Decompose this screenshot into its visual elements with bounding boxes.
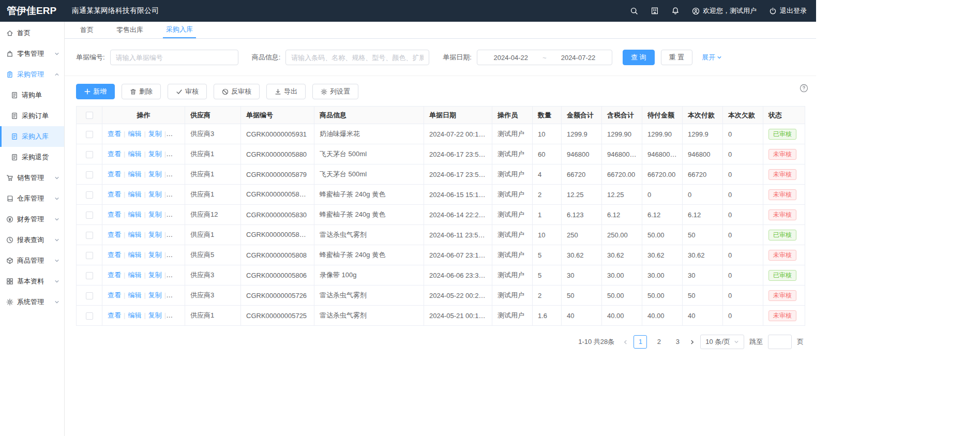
select-all-checkbox[interactable] — [86, 112, 93, 119]
row-action-copy[interactable]: 复制 — [148, 271, 162, 279]
row-checkbox[interactable] — [86, 131, 93, 138]
row-action-copy[interactable]: 复制 — [148, 150, 162, 158]
row-action-edit[interactable]: 编辑 — [128, 211, 141, 218]
audit-button[interactable]: 审核 — [168, 84, 207, 99]
row-action-view[interactable]: 查看 — [108, 251, 121, 259]
action-divider: | — [144, 130, 145, 138]
sidebar-item-sales-mgmt[interactable]: 销售管理 — [0, 168, 64, 188]
row-checkbox[interactable] — [86, 191, 93, 199]
add-button[interactable]: 新增 — [76, 84, 115, 99]
sidebar-item-base-data[interactable]: 基本资料 — [0, 271, 64, 292]
row-action-edit[interactable]: 编辑 — [128, 170, 141, 178]
product-info-input[interactable] — [285, 50, 429, 65]
sidebar-item-purchase-mgmt[interactable]: 采购管理 — [0, 64, 64, 85]
row-action-copy[interactable]: 复制 — [148, 190, 162, 198]
row-action-edit[interactable]: 编辑 — [128, 291, 141, 299]
row-checkbox[interactable] — [86, 252, 93, 259]
expand-link[interactable]: 展开 — [702, 53, 722, 62]
sidebar-subitem-purchase-order[interactable]: 采购订单 — [0, 106, 64, 126]
row-action-copy[interactable]: 复制 — [148, 291, 162, 299]
row-checkbox[interactable] — [86, 212, 93, 219]
row-action-view[interactable]: 查看 — [108, 311, 121, 319]
row-action-view[interactable]: 查看 — [108, 150, 121, 158]
row-checkbox[interactable] — [86, 292, 93, 299]
row-action-view[interactable]: 查看 — [108, 291, 121, 299]
page-button-3[interactable]: 3 — [671, 335, 684, 349]
row-action-view[interactable]: 查看 — [108, 271, 121, 279]
row-action-copy[interactable]: 复制 — [148, 311, 162, 319]
sidebar-subitem-purchase-return[interactable]: 采购退货 — [0, 147, 64, 168]
sidebar-subitem-purchase-request[interactable]: 请购单 — [0, 85, 64, 106]
export-button[interactable]: 导出 — [266, 84, 306, 99]
sidebar-subitem-purchase-inbound[interactable]: 采购入库 — [0, 126, 64, 147]
tab-home[interactable]: 首页 — [77, 22, 97, 38]
next-page-button[interactable] — [689, 339, 695, 345]
row-action-view[interactable]: 查看 — [108, 231, 121, 238]
tab-retail-outbound[interactable]: 零售出库 — [113, 22, 146, 38]
sidebar-item-label: 基本资料 — [17, 277, 54, 286]
sidebar-item-retail-mgmt[interactable]: 零售管理 — [0, 43, 64, 64]
sidebar-item-system-mgmt[interactable]: 系统管理 — [0, 292, 64, 312]
row-action-edit[interactable]: 编辑 — [128, 150, 141, 158]
row-action-view[interactable]: 查看 — [108, 170, 121, 178]
row-action-edit[interactable]: 编辑 — [128, 311, 141, 319]
row-checkbox[interactable] — [86, 312, 93, 320]
action-divider: | — [144, 211, 145, 218]
row-action-copy[interactable]: 复制 — [148, 170, 162, 178]
sidebar-item-report-query[interactable]: 报表查询 — [0, 230, 64, 250]
sidebar-item-goods-mgmt[interactable]: 商品管理 — [0, 250, 64, 271]
bill-no-input[interactable] — [110, 50, 238, 65]
help-icon[interactable] — [800, 84, 808, 93]
status-badge: 已审核 — [768, 270, 796, 281]
sidebar-item-warehouse-mgmt[interactable]: 仓库管理 — [0, 188, 64, 209]
jump-page-input[interactable] — [768, 335, 792, 349]
sidebar-item-home[interactable]: 首页 — [0, 23, 64, 43]
delete-button[interactable]: 删除 — [122, 84, 161, 99]
row-action-edit[interactable]: 编辑 — [128, 271, 141, 279]
logout-button[interactable]: 退出登录 — [769, 6, 807, 16]
cell-amount: 12.25 — [562, 185, 602, 205]
chevron-down-icon — [54, 196, 59, 201]
page-size-select[interactable]: 10 条/页 — [700, 335, 744, 349]
row-checkbox[interactable] — [86, 272, 93, 279]
row-action-edit[interactable]: 编辑 — [128, 190, 141, 198]
sidebar-menu: 首页零售管理采购管理请购单采购订单采购入库采购退货销售管理仓库管理财务管理报表查… — [0, 23, 64, 312]
cell-owed: 0 — [723, 164, 763, 185]
date-to[interactable]: 2024-07-22 — [561, 54, 596, 62]
prev-page-button[interactable] — [623, 339, 628, 345]
cell-bill_no: CGRK00000005931 — [241, 124, 314, 144]
search-button[interactable]: 查 询 — [623, 50, 655, 65]
row-action-edit[interactable]: 编辑 — [128, 130, 141, 138]
row-action-copy[interactable]: 复制 — [148, 211, 162, 218]
tab-purchase-inbound[interactable]: 采购入库 — [163, 22, 196, 38]
finance-icon — [6, 216, 13, 223]
cell-status: 已审核 — [763, 265, 805, 285]
building-icon[interactable] — [651, 7, 659, 15]
row-action-view[interactable]: 查看 — [108, 130, 121, 138]
date-from[interactable]: 2024-04-22 — [494, 54, 529, 62]
row-action-view[interactable]: 查看 — [108, 190, 121, 198]
search-icon[interactable] — [630, 7, 638, 15]
page-button-1[interactable]: 1 — [634, 335, 647, 349]
row-action-edit[interactable]: 编辑 — [128, 251, 141, 259]
welcome-user[interactable]: 欢迎您，测试用户 — [692, 6, 757, 16]
row-action-copy[interactable]: 复制 — [148, 130, 162, 138]
row-checkbox[interactable] — [86, 171, 93, 178]
row-action-copy[interactable]: 复制 — [148, 251, 162, 259]
row-checkbox[interactable] — [86, 151, 93, 158]
unaudit-button[interactable]: 反审核 — [214, 84, 260, 99]
bell-icon[interactable] — [671, 7, 680, 15]
row-action-edit[interactable]: 编辑 — [128, 231, 141, 238]
status-badge: 未审核 — [768, 250, 796, 261]
date-range-picker[interactable]: 2024-04-22 ~ 2024-07-22 — [477, 50, 612, 65]
column-header: 数量 — [533, 107, 562, 124]
sidebar-item-label: 仓库管理 — [17, 194, 54, 203]
table-header-row: 操作供应商单据编号商品信息单据日期操作员数量金额合计含税合计待付金额本次付款本次… — [77, 107, 805, 124]
sidebar-item-finance-mgmt[interactable]: 财务管理 — [0, 209, 64, 230]
column-settings-button[interactable]: 列设置 — [312, 84, 358, 99]
row-action-copy[interactable]: 复制 — [148, 231, 162, 238]
page-button-2[interactable]: 2 — [652, 335, 666, 349]
reset-button[interactable]: 重 置 — [661, 50, 693, 65]
row-checkbox[interactable] — [86, 232, 93, 239]
row-action-view[interactable]: 查看 — [108, 211, 121, 218]
